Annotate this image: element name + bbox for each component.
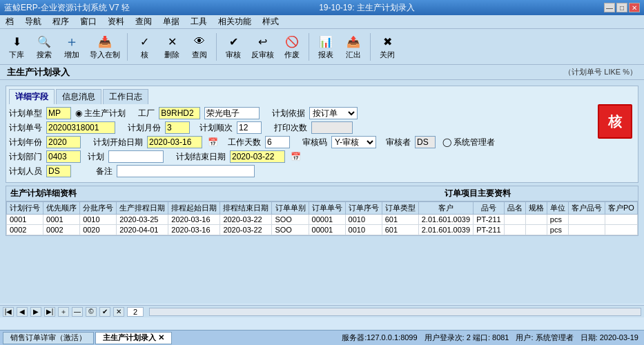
form-container: 详细字段 信息消息 工作日志 计划单型 ◉ 主生产计划 工厂 计划依据 按订单 xyxy=(6,86,638,183)
toolbar-sep2 xyxy=(216,33,217,61)
grid-section: 生产计划详细资料 订单项目主要资料 计划行号 优先顺序 分批序号 生产排程日期 … xyxy=(6,186,638,236)
tab-detail[interactable]: 详细字段 xyxy=(9,89,55,104)
cell-sched-end: 2020-03-22 xyxy=(220,215,272,225)
calendar-icon-end[interactable]: 📅 xyxy=(291,152,301,161)
btn-close[interactable]: ✖ 关闭 xyxy=(375,32,400,62)
btn-audit[interactable]: ✔ 审核 xyxy=(221,32,246,62)
select-calc-basis[interactable]: 按订单 xyxy=(309,107,358,119)
input-plan-dept[interactable] xyxy=(46,150,81,163)
h-scrollbar[interactable] xyxy=(149,308,641,316)
input-company[interactable] xyxy=(204,107,260,119)
toolbar-sep3 xyxy=(309,33,309,61)
btn-unaudit[interactable]: ↩ 反审核 xyxy=(248,32,277,62)
btn-last-page[interactable]: ▶| xyxy=(44,307,55,317)
col-plan-line: 计划行号 xyxy=(7,202,43,215)
cell-order-type: SOO xyxy=(272,225,309,235)
input-plan[interactable] xyxy=(108,150,164,163)
col-order-class: 订单类型 xyxy=(382,202,418,215)
form-row-2: 计划单号 计划月份 计划顺次 打印次数 xyxy=(9,121,635,134)
input-plan-month[interactable] xyxy=(165,121,190,134)
btn-import[interactable]: 📥 导入在制 xyxy=(87,32,123,62)
minimize-button[interactable]: — xyxy=(604,3,615,12)
col-unit: 单位 xyxy=(547,202,568,215)
btn-save-row[interactable]: ✔ xyxy=(99,307,110,317)
label-note: 备注 xyxy=(96,166,113,177)
btn-copy-row[interactable]: © xyxy=(86,307,97,317)
btn-next-page[interactable]: ▶ xyxy=(30,307,41,317)
tab-log[interactable]: 工作日志 xyxy=(103,89,148,104)
cell-batch-seq: 0020 xyxy=(80,225,117,235)
cell-order-no: 00001 xyxy=(309,215,345,225)
select-audit-code[interactable]: Y-审核 xyxy=(331,136,376,148)
label-plan-person: 计划人员 xyxy=(9,166,42,177)
input-plan-start[interactable] xyxy=(147,136,202,148)
menu-style[interactable]: 样式 xyxy=(260,16,282,28)
page-title: 主生产计划录入 xyxy=(7,66,70,79)
btn-delete[interactable]: ✕ 删除 xyxy=(159,32,184,62)
btn-prev-page[interactable]: ◀ xyxy=(17,307,28,317)
btn-first-page[interactable]: |◀ xyxy=(3,307,14,317)
bottom-tab-mps[interactable]: 主生产计划录入 ✕ xyxy=(95,332,172,344)
cell-cust-item xyxy=(568,215,605,225)
cell-unit: pcs xyxy=(547,225,568,235)
btn-view[interactable]: 👁 查阅 xyxy=(187,32,212,62)
input-plan-type[interactable] xyxy=(46,107,71,119)
col-batch-seq: 分批序号 xyxy=(80,202,117,215)
table-row[interactable]: 0001 0001 0010 2020-03-25 2020-03-16 202… xyxy=(7,215,638,225)
col-customer: 客户 xyxy=(418,202,473,215)
cell-order-seq: 0010 xyxy=(345,225,382,235)
col-order-no: 订单单号 xyxy=(309,202,345,215)
btn-export[interactable]: 📤 汇出 xyxy=(341,32,366,62)
menu-program[interactable]: 程序 xyxy=(50,16,72,28)
menu-window[interactable]: 窗口 xyxy=(77,16,99,28)
btn-add[interactable]: ＋ 增加 xyxy=(59,32,84,62)
input-note[interactable] xyxy=(117,165,255,177)
input-plan-no[interactable] xyxy=(46,121,115,134)
menu-related[interactable]: 相关功能 xyxy=(215,16,254,28)
menu-file[interactable]: 档 xyxy=(3,16,17,28)
menu-tools[interactable]: 工具 xyxy=(188,16,210,28)
calendar-icon-start[interactable]: 📅 xyxy=(208,137,218,147)
bottom-tab-sales[interactable]: 销售订单详审（激活） xyxy=(3,332,94,344)
menu-data[interactable]: 资料 xyxy=(105,16,127,28)
btn-search[interactable]: 🔍 搜索 xyxy=(32,32,57,62)
cell-prod-date: 2020-04-01 xyxy=(117,225,168,235)
cell-sched-start: 2020-03-16 xyxy=(168,225,220,235)
label-admin: ◯ 系统管理者 xyxy=(442,137,495,148)
btn-del-row[interactable]: — xyxy=(72,307,83,317)
label-audit-code: 审核码 xyxy=(302,137,327,148)
page-number: 2 xyxy=(127,307,144,317)
label-plan-year: 计划年份 xyxy=(9,137,42,148)
cell-prod-date: 2020-03-25 xyxy=(117,215,168,225)
input-plan-seq[interactable] xyxy=(237,121,262,134)
label-calc-basis: 计划依据 xyxy=(272,108,305,119)
cell-customer: 2.01.601.0039 xyxy=(418,225,473,235)
btn-verify[interactable]: ✓ 核 xyxy=(132,32,157,62)
close-button[interactable]: ✕ xyxy=(629,3,640,12)
verify-icon: ✓ xyxy=(136,33,153,50)
menu-review[interactable]: 查阅 xyxy=(133,16,155,28)
input-plan-end[interactable] xyxy=(230,150,285,163)
table-row[interactable]: 0002 0002 0020 2020-04-01 2020-03-16 202… xyxy=(7,225,638,235)
maximize-button[interactable]: □ xyxy=(616,3,627,12)
status-user-count: 用户登录次: 2 端口: 8081 xyxy=(422,333,512,343)
menu-nav[interactable]: 导航 xyxy=(22,16,44,28)
tab-message[interactable]: 信息消息 xyxy=(56,89,101,104)
data-table: 计划行号 优先顺序 分批序号 生产排程日期 排程起始日期 排程结束日期 订单单别… xyxy=(6,201,638,235)
btn-cancel-row[interactable]: ✕ xyxy=(113,307,124,317)
menu-document[interactable]: 单据 xyxy=(160,16,182,28)
void-icon: 🚫 xyxy=(284,33,300,50)
input-work-days[interactable] xyxy=(265,136,290,148)
toolbar-sep1 xyxy=(127,33,128,61)
core-audit-button[interactable]: 核 xyxy=(598,104,632,139)
page-counter-bar: |◀ ◀ ▶ ▶| ＋ — © ✔ ✕ 2 xyxy=(0,305,644,317)
input-plan-year[interactable] xyxy=(46,136,81,148)
input-plan-person[interactable] xyxy=(46,165,71,177)
btn-add-row[interactable]: ＋ xyxy=(58,307,69,317)
btn-download[interactable]: ⬇ 下库 xyxy=(4,32,29,62)
btn-report[interactable]: 📊 报表 xyxy=(313,32,338,62)
cell-order-seq: 0010 xyxy=(345,215,382,225)
btn-void[interactable]: 🚫 作废 xyxy=(280,32,304,62)
label-work-days: 工作天数 xyxy=(228,137,261,148)
input-factory[interactable] xyxy=(159,107,200,119)
